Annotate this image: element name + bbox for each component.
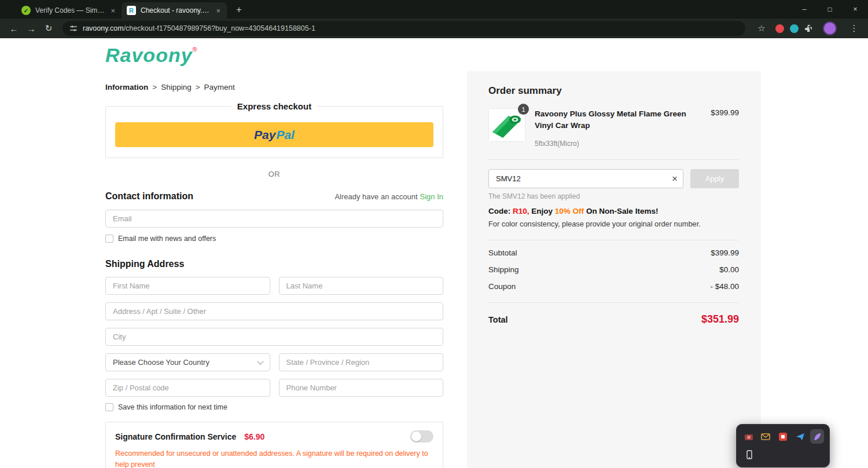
extension-teal-icon[interactable] bbox=[790, 24, 799, 33]
summary-divider bbox=[488, 302, 739, 303]
coupon-code-input[interactable] bbox=[488, 169, 683, 188]
red-app-icon[interactable] bbox=[776, 429, 790, 444]
paypal-logo-pal: Pal bbox=[276, 128, 295, 142]
paper-plane-icon[interactable] bbox=[793, 429, 807, 444]
color-consistency-note: For color consistency, please provide yo… bbox=[488, 220, 739, 228]
contact-information-title: Contact information bbox=[105, 191, 193, 202]
site-settings-icon[interactable] bbox=[69, 24, 78, 32]
minimize-button[interactable]: – bbox=[792, 0, 817, 19]
bookmark-star-icon[interactable]: ☆ bbox=[753, 20, 770, 36]
vinyl-wrap-image bbox=[489, 109, 525, 141]
express-checkout-box: Express checkout Pay Pal bbox=[105, 106, 443, 158]
breadcrumb: Information > Shipping > Payment bbox=[105, 83, 443, 92]
account-prompt-text: Already have an account bbox=[334, 192, 417, 201]
browser-menu-kebab-icon[interactable]: ⋮ bbox=[846, 20, 862, 36]
total-row: Total $351.99 bbox=[488, 313, 739, 326]
camera-icon[interactable] bbox=[742, 429, 756, 444]
product-name: Ravoony Plus Glossy Metal Flame Green Vi… bbox=[535, 108, 701, 131]
subtotal-value: $399.99 bbox=[711, 248, 739, 257]
newsletter-checkbox[interactable] bbox=[105, 235, 113, 243]
promo-rest: On Non-Sale Items! bbox=[586, 207, 659, 215]
back-icon[interactable]: ← bbox=[6, 20, 22, 36]
breadcrumb-shipping[interactable]: Shipping bbox=[161, 83, 192, 92]
url-domain: ravoony.com bbox=[83, 24, 124, 32]
save-info-checkbox[interactable] bbox=[105, 403, 113, 411]
promo-code-line: Code: R10, Enjoy 10% Off On Non-Sale Ite… bbox=[488, 207, 739, 215]
coupon-input-wrap: × bbox=[488, 169, 683, 188]
name-fields-row bbox=[105, 277, 443, 295]
coupon-label: Coupon bbox=[488, 282, 516, 291]
email-field[interactable] bbox=[105, 210, 443, 228]
sign-in-link[interactable]: Sign In bbox=[420, 192, 443, 201]
coupon-value: - $48.00 bbox=[710, 282, 739, 291]
coupon-discount-row: Coupon - $48.00 bbox=[488, 282, 739, 291]
country-state-row: Please Choose Your Country bbox=[105, 353, 443, 371]
signature-service-price: $6.90 bbox=[244, 432, 264, 441]
tab-close-icon[interactable]: × bbox=[215, 6, 222, 15]
forward-icon[interactable]: → bbox=[23, 20, 39, 36]
promo-code-value: R10, bbox=[513, 207, 529, 215]
breadcrumb-information[interactable]: Information bbox=[105, 83, 148, 92]
tab-checkout-ravoony[interactable]: R Checkout - ravoony.com × bbox=[122, 2, 227, 19]
or-divider: OR bbox=[105, 170, 443, 178]
product-row: 1 Ravoony Plus Glossy Metal Flame Green … bbox=[488, 108, 739, 148]
new-tab-button[interactable]: + bbox=[231, 2, 247, 17]
mobile-phone-icon[interactable] bbox=[742, 447, 756, 462]
shipping-row: Shipping $0.00 bbox=[488, 265, 739, 274]
signature-service-toggle[interactable] bbox=[410, 430, 433, 443]
account-prompt: Already have an accountSign In bbox=[334, 192, 443, 201]
url-bar[interactable]: ravoony.com/checkout-f1750487989756?buy_… bbox=[62, 21, 745, 36]
contact-header-row: Contact information Already have an acco… bbox=[105, 191, 443, 202]
popup-icon-row bbox=[742, 429, 824, 444]
breadcrumb-payment[interactable]: Payment bbox=[204, 83, 235, 92]
maximize-button[interactable]: □ bbox=[817, 0, 843, 19]
extensions-puzzle-icon[interactable] bbox=[804, 24, 814, 33]
breadcrumb-separator: > bbox=[196, 83, 200, 92]
coupon-row: × Apply bbox=[488, 169, 739, 188]
address-field[interactable] bbox=[105, 302, 443, 320]
shipping-value: $0.00 bbox=[719, 265, 739, 274]
quantity-badge: 1 bbox=[518, 104, 529, 115]
promo-enjoy: Enjoy bbox=[531, 207, 553, 215]
tab-close-icon[interactable]: × bbox=[109, 6, 116, 15]
url-text[interactable]: ravoony.com/checkout-f1750487989756?buy_… bbox=[83, 24, 315, 32]
express-checkout-title: Express checkout bbox=[231, 101, 317, 111]
extension-popup-toolbar bbox=[736, 424, 830, 467]
promo-code-label: Code: bbox=[488, 207, 510, 215]
logo-text: Ravoony bbox=[105, 44, 193, 66]
close-window-button[interactable]: × bbox=[843, 0, 868, 19]
product-info: Ravoony Plus Glossy Metal Flame Green Vi… bbox=[535, 108, 701, 148]
reload-icon[interactable]: ↻ bbox=[41, 20, 57, 36]
apply-coupon-button[interactable]: Apply bbox=[690, 169, 739, 188]
paypal-button[interactable]: Pay Pal bbox=[115, 122, 433, 147]
simplycodes-favicon-icon: ✓ bbox=[21, 6, 31, 15]
first-name-field[interactable] bbox=[105, 277, 270, 295]
subtotal-label: Subtotal bbox=[488, 248, 517, 257]
summary-divider bbox=[488, 240, 739, 240]
zip-field[interactable] bbox=[105, 379, 270, 397]
last-name-field[interactable] bbox=[279, 277, 444, 295]
ravoony-logo: Ravoony® bbox=[105, 44, 443, 67]
profile-avatar[interactable] bbox=[823, 21, 837, 35]
popup-second-row bbox=[742, 447, 824, 462]
extension-red-icon[interactable] bbox=[775, 24, 784, 33]
state-field[interactable] bbox=[279, 353, 444, 371]
newsletter-label: Email me with news and offers bbox=[118, 235, 216, 243]
quill-pen-icon[interactable] bbox=[810, 429, 824, 444]
tab-simplycodes[interactable]: ✓ Verify Codes — SimplyCodes × bbox=[16, 2, 122, 19]
save-info-row: Save this information for next time bbox=[105, 403, 443, 411]
summary-divider bbox=[488, 159, 739, 160]
signature-service-title: Signature Confirmation Service bbox=[115, 432, 236, 441]
product-thumbnail: 1 bbox=[488, 108, 525, 142]
signature-service-header: Signature Confirmation Service $6.90 bbox=[115, 430, 433, 443]
browser-titlebar: ✓ Verify Codes — SimplyCodes × R Checkou… bbox=[0, 0, 868, 19]
phone-field[interactable] bbox=[279, 379, 444, 397]
chevron-down-icon bbox=[257, 358, 263, 364]
country-select[interactable]: Please Choose Your Country bbox=[105, 353, 270, 371]
subtotal-row: Subtotal $399.99 bbox=[488, 248, 739, 257]
city-field[interactable] bbox=[105, 328, 443, 346]
toggle-knob bbox=[411, 432, 421, 441]
envelope-icon[interactable] bbox=[759, 429, 773, 444]
clear-coupon-icon[interactable]: × bbox=[672, 174, 678, 184]
shipping-address-title: Shipping Address bbox=[105, 259, 443, 269]
